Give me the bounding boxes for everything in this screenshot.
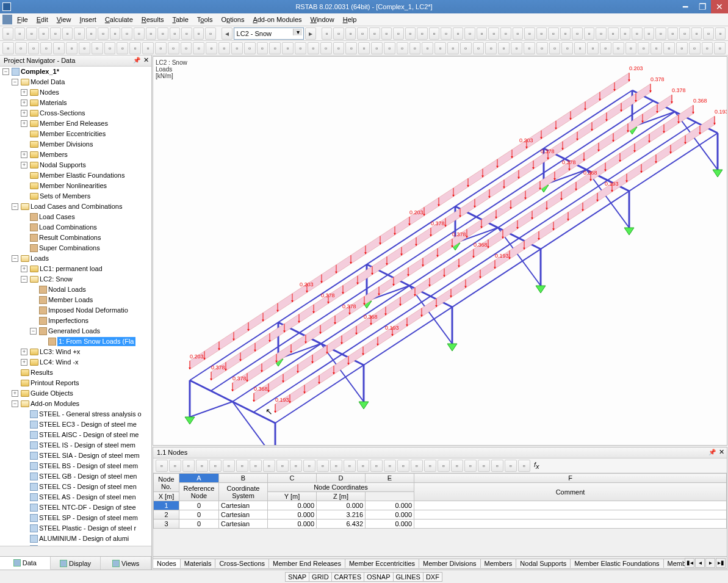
toolbar-button[interactable]: ▫ [345,27,356,40]
toolbar-button[interactable]: ▫ [638,42,649,54]
expand-toggle[interactable]: + [21,110,27,117]
toolbar-button[interactable]: ▫ [134,27,145,40]
col-letter-E[interactable]: E [366,474,414,483]
toolbar-button[interactable]: ▫ [536,27,547,40]
maximize-button[interactable]: ❐ [694,0,711,13]
toolbar-button[interactable]: ▫ [333,27,344,40]
toolbar-button[interactable]: ▫ [600,42,611,54]
toolbar-button[interactable]: ▫ [333,42,345,54]
tree-item[interactable]: Member Elastic Foundations [0,170,151,181]
tree-item[interactable]: + LC1: permanent load [0,264,151,274]
toolbar-button[interactable]: ▫ [62,27,73,40]
table-tool-button[interactable]: ▫ [491,460,503,472]
toolbar-button[interactable]: ▫ [397,42,408,54]
col-letter-C[interactable]: C [268,474,317,483]
tree-item[interactable]: − Model Data [0,77,151,87]
tab-views[interactable]: Views [101,557,151,570]
toolbar-button[interactable]: ▫ [485,42,497,54]
menu-calculate[interactable]: Calculate [101,15,137,24]
table-tool-button[interactable]: ▫ [209,460,222,472]
close-icon[interactable]: ✕ [719,448,724,456]
toolbar-button[interactable]: ▫ [625,42,637,54]
table-tool-button[interactable]: ▫ [263,460,275,472]
table-tool-button[interactable]: ▫ [344,460,356,472]
col-ref-node[interactable]: Reference Node [179,483,219,501]
menu-options[interactable]: Options [217,15,248,24]
tree-item[interactable]: Sets of Members [0,191,151,201]
expand-toggle[interactable]: + [21,359,27,366]
expand-toggle[interactable]: + [21,100,27,106]
table-tool-button[interactable]: ▫ [250,460,262,472]
pin-icon[interactable]: 📌 [708,449,716,455]
bottom-tab[interactable]: Member Divisions [419,559,480,568]
toolbar-button[interactable]: ▫ [53,42,65,54]
toolbar-button[interactable]: ▫ [15,27,26,40]
tree-item[interactable]: − Load Cases and Combinations [0,201,151,212]
toolbar-button[interactable]: ▫ [129,42,141,54]
tree-item[interactable]: Load Combinations [0,222,151,233]
tree-item[interactable]: Super Combinations [0,243,151,253]
tree-item[interactable]: Member Eccentricities [0,129,151,139]
toolbar-button[interactable]: ▫ [500,27,511,40]
tree-item[interactable]: STEEL NTC-DF - Design of stee [0,502,151,513]
toolbar-button[interactable]: ▫ [244,42,256,54]
toolbar-button[interactable]: ▫ [193,27,204,40]
tree-item[interactable]: + Guide Objects [0,388,151,399]
bottom-tab[interactable]: Nodes [153,559,181,568]
toolbar-button[interactable]: ▫ [157,27,168,40]
toolbar-button[interactable]: ▫ [371,42,383,54]
toolbar-button[interactable]: ▫ [679,27,690,40]
expand-toggle[interactable]: − [12,400,18,407]
toolbar-button[interactable]: ▫ [422,42,433,54]
expand-toggle[interactable]: + [12,390,18,397]
tree-item[interactable]: + Nodal Supports [0,160,151,170]
toolbar-button[interactable]: ▫ [405,27,416,40]
col-z[interactable]: Z [m] [317,492,366,501]
table-tool-button[interactable]: ▫ [464,460,477,472]
lc-prev-button[interactable]: ◂ [222,27,232,40]
tab-display[interactable]: Display [51,557,101,570]
toolbar-button[interactable]: ▫ [205,27,216,40]
toolbar-button[interactable]: ▫ [295,42,306,54]
toolbar-button[interactable]: ▫ [142,42,154,54]
toolbar-button[interactable]: ▫ [2,27,13,40]
table-tool-button[interactable]: ▫ [290,460,302,472]
toolbar-button[interactable]: ▫ [155,42,167,54]
menu-file[interactable]: File [13,15,32,24]
tree-item[interactable]: + Members [0,150,151,160]
toolbar-button[interactable]: ▫ [714,42,726,54]
toolbar-button[interactable]: ▫ [676,42,688,54]
status-glines[interactable]: GLINES [393,572,423,582]
toolbar-button[interactable]: ▫ [193,42,204,54]
toolbar-button[interactable]: ▫ [608,27,619,40]
toolbar-button[interactable]: ▫ [26,27,37,40]
toolbar-button[interactable]: ▫ [28,42,40,54]
toolbar-button[interactable]: ▫ [282,42,294,54]
expand-toggle[interactable]: − [2,68,9,75]
toolbar-button[interactable]: ▫ [15,42,27,54]
tree-item[interactable]: − LC2: Snow [0,274,151,284]
toolbar-button[interactable]: ▫ [498,42,510,54]
tree-item[interactable]: STEEL EC3 - Design of steel me [0,419,151,430]
toolbar-button[interactable]: ▫ [181,42,192,54]
toolbar-button[interactable]: ▫ [429,27,440,40]
tree-item[interactable]: Imposed Nodal Deformatio [0,305,151,316]
expand-toggle[interactable]: + [21,349,27,355]
tree-item[interactable]: Nodal Loads [0,284,151,295]
table-tool-button[interactable]: ▫ [196,460,208,472]
menu-tools[interactable]: Tools [193,15,217,24]
toolbar-button[interactable]: ▫ [587,42,599,54]
minimize-button[interactable]: ━ [677,0,694,13]
toolbar-button[interactable]: ▫ [574,42,586,54]
toolbar-button[interactable]: ▫ [50,27,61,40]
toolbar-button[interactable]: ▫ [2,42,14,54]
load-case-combo[interactable]: LC2 - Snow [234,27,305,40]
bottom-tab[interactable]: Members [480,559,517,568]
col-coord-sys[interactable]: Coordinate System [219,483,268,501]
toolbar-button[interactable]: ▫ [308,42,319,54]
toolbar-button[interactable]: ▫ [79,42,90,54]
bottom-tab[interactable]: Member Nonlinearities [663,559,685,568]
table-row[interactable]: 3 0 Cartesian 0.000 6.432 0.000 [154,520,727,529]
tree-item[interactable]: − Generated Loads [0,326,151,336]
tree-item[interactable]: + Materials [0,98,151,108]
